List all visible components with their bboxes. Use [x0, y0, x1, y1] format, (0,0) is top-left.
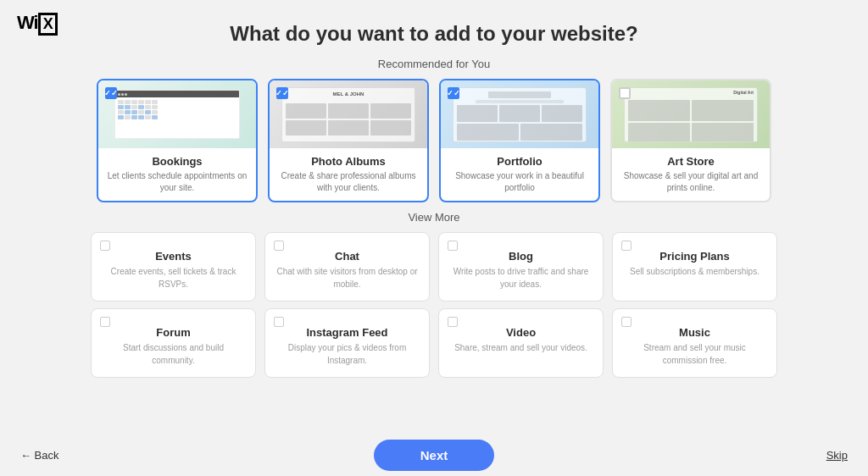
card-video[interactable]: Video Share, stream and sell your videos…	[438, 308, 604, 378]
card-desc-forum: Start discussions and build community.	[102, 342, 245, 367]
recommended-cards-row: ✓	[97, 79, 771, 202]
next-button[interactable]: Next	[374, 440, 495, 471]
card-title-forum: Forum	[102, 326, 245, 339]
card-music[interactable]: Music Stream and sell your music commiss…	[612, 308, 777, 378]
card-img-photos: MEL & JOHN	[270, 80, 427, 148]
checkbox-portfolio[interactable]: ✓	[448, 87, 459, 99]
checkbox-chat[interactable]	[274, 241, 284, 251]
card-events[interactable]: Events Create events, sell tickets & tra…	[91, 232, 256, 302]
card-desc-video: Share, stream and sell your videos.	[449, 342, 593, 355]
card-photo-albums[interactable]: ✓ MEL & JOHN Photo Albums Create &	[268, 79, 429, 202]
card-desc-photo-albums: Create & share professional albums with …	[278, 170, 419, 194]
more-cards-row2: Forum Start discussions and build commun…	[91, 308, 777, 378]
checkbox-instagram-feed[interactable]	[274, 317, 284, 327]
card-art-store[interactable]: Digital Art Art Store Showcase & sell yo…	[610, 79, 771, 202]
card-desc-events: Create events, sell tickets & track RSVP…	[102, 266, 245, 291]
checkbox-video[interactable]	[448, 317, 458, 327]
checkbox-bookings[interactable]: ✓	[105, 87, 117, 99]
card-content-bookings: Bookings Let clients schedule appointmen…	[98, 148, 256, 201]
card-img-bookings	[98, 80, 256, 148]
card-content-art-store: Art Store Showcase & sell your digital a…	[612, 148, 770, 201]
card-desc-pricing-plans: Sell subscriptions & memberships.	[623, 266, 766, 279]
card-title-pricing-plans: Pricing Plans	[623, 250, 766, 263]
card-content-photo-albums: Photo Albums Create & share professional…	[270, 148, 427, 201]
card-img-artstore: Digital Art	[612, 80, 770, 148]
card-pricing-plans[interactable]: Pricing Plans Sell subscriptions & membe…	[612, 232, 777, 302]
card-forum[interactable]: Forum Start discussions and build commun…	[91, 308, 256, 378]
checkbox-pricing-plans[interactable]	[621, 241, 632, 251]
card-title-chat: Chat	[275, 250, 419, 263]
card-desc-music: Stream and sell your music commission fr…	[623, 342, 766, 367]
card-title-instagram-feed: Instagram Feed	[275, 326, 419, 339]
skip-button[interactable]: Skip	[826, 449, 848, 462]
card-title-portfolio: Portfolio	[449, 155, 590, 168]
card-title-video: Video	[449, 326, 593, 339]
wix-logo: WiX	[17, 12, 58, 36]
card-blog[interactable]: Blog Write posts to drive traffic and sh…	[438, 232, 604, 302]
bottom-bar: ← Back Next Skip	[0, 434, 868, 476]
view-more-label: View More	[408, 211, 459, 224]
page-container: WiX What do you want to add to your webs…	[0, 0, 868, 476]
card-desc-art-store: Showcase & sell your digital art and pri…	[620, 170, 761, 194]
card-desc-blog: Write posts to drive traffic and share y…	[449, 266, 593, 291]
checkbox-blog[interactable]	[448, 241, 458, 251]
checkbox-photo-albums[interactable]: ✓	[276, 87, 288, 99]
card-title-music: Music	[623, 326, 766, 339]
checkbox-music[interactable]	[621, 317, 632, 327]
back-button[interactable]: ← Back	[20, 449, 59, 462]
more-cards-row1: Events Create events, sell tickets & tra…	[91, 232, 777, 302]
card-img-portfolio	[441, 80, 598, 148]
card-title-blog: Blog	[449, 250, 593, 263]
card-bookings[interactable]: ✓	[97, 79, 258, 202]
card-desc-bookings: Let clients schedule appointments on you…	[107, 170, 248, 194]
checkbox-forum[interactable]	[100, 317, 110, 327]
page-title: What do you want to add to your website?	[230, 22, 637, 46]
card-instagram-feed[interactable]: Instagram Feed Display your pics & video…	[264, 308, 430, 378]
checkbox-events[interactable]	[100, 241, 110, 251]
checkbox-art-store[interactable]	[619, 87, 631, 99]
card-desc-chat: Chat with site visitors from desktop or …	[275, 266, 419, 291]
card-portfolio[interactable]: ✓	[439, 79, 600, 202]
recommended-label: Recommended for You	[378, 58, 490, 70]
card-title-events: Events	[102, 250, 245, 263]
card-desc-portfolio: Showcase your work in a beautiful portfo…	[449, 170, 590, 194]
card-chat[interactable]: Chat Chat with site visitors from deskto…	[264, 232, 430, 302]
card-title-art-store: Art Store	[620, 155, 761, 168]
card-desc-instagram-feed: Display your pics & videos from Instagra…	[275, 342, 419, 367]
card-content-portfolio: Portfolio Showcase your work in a beauti…	[441, 148, 598, 201]
card-title-bookings: Bookings	[107, 155, 248, 168]
card-title-photo-albums: Photo Albums	[278, 155, 419, 168]
